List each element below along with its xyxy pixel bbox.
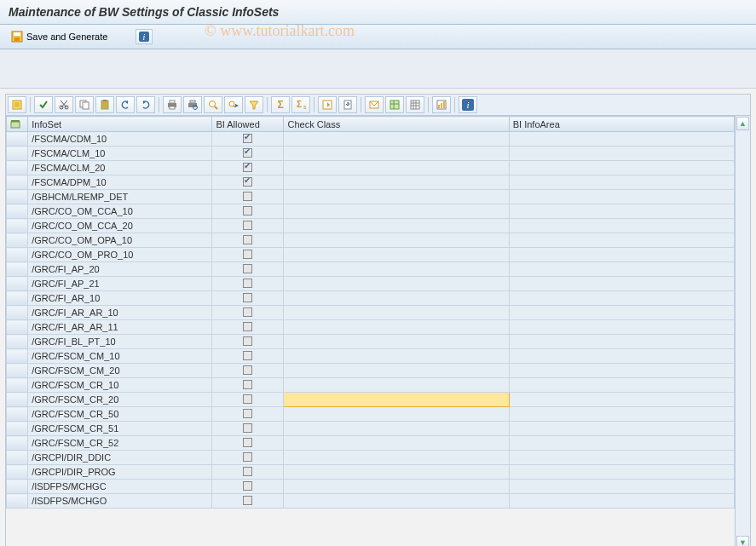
row-selector[interactable] — [7, 233, 28, 248]
cell-infoset[interactable]: /FSCMA/CLM_20 — [28, 161, 212, 175]
checkbox-icon[interactable] — [243, 235, 252, 244]
cell-infoset[interactable]: /GRC/CO_OM_CCA_20 — [28, 219, 212, 233]
row-selector[interactable] — [7, 306, 28, 320]
row-selector[interactable] — [7, 204, 28, 219]
cell-bi-allowed[interactable] — [212, 480, 284, 494]
cell-infoset[interactable]: /GRC/FSCM_CR_20 — [28, 393, 212, 407]
checkbox-icon[interactable] — [243, 264, 252, 273]
cell-infoset[interactable]: /GRC/FSCM_CM_10 — [28, 349, 212, 364]
cell-infoset[interactable]: /GRC/FSCM_CR_10 — [28, 378, 212, 393]
checkbox-icon[interactable] — [243, 423, 252, 433]
cell-bi-infoarea[interactable] — [509, 422, 734, 436]
checkbox-icon[interactable] — [243, 307, 252, 317]
cell-infoset[interactable]: /ISDFPS/MCHGO — [28, 494, 212, 509]
cell-infoset[interactable]: /GRC/CO_OM_OPA_10 — [28, 233, 212, 248]
checkbox-icon[interactable] — [243, 481, 252, 491]
cell-bi-infoarea[interactable] — [509, 320, 734, 335]
cell-bi-infoarea[interactable] — [509, 190, 734, 204]
cell-bi-infoarea[interactable] — [509, 233, 734, 248]
column-header-infoset[interactable]: InfoSet — [28, 117, 212, 132]
cell-bi-allowed[interactable] — [212, 306, 284, 320]
cell-infoset[interactable]: /ISDFPS/MCHGC — [28, 480, 212, 494]
row-selector[interactable] — [7, 161, 28, 175]
cell-bi-allowed[interactable] — [212, 349, 284, 364]
cell-infoset[interactable]: /GRC/FI_AP_20 — [28, 262, 212, 277]
cell-bi-allowed[interactable] — [212, 465, 284, 480]
cell-check-class[interactable] — [284, 494, 509, 509]
vertical-scrollbar[interactable]: ▲ ▼ — [735, 116, 750, 546]
toolbar-grid-settings-button[interactable] — [406, 96, 424, 113]
cell-infoset[interactable]: /GRC/FI_AR_AR_11 — [28, 320, 212, 335]
cell-check-class[interactable] — [284, 451, 509, 465]
scroll-down-icon[interactable]: ▼ — [736, 536, 749, 546]
cell-bi-infoarea[interactable] — [509, 161, 734, 175]
cell-bi-allowed[interactable] — [212, 147, 284, 161]
cell-check-class[interactable] — [284, 480, 509, 494]
cell-bi-allowed[interactable] — [212, 422, 284, 436]
checkbox-icon[interactable] — [243, 293, 252, 302]
toolbar-print-preview-button[interactable] — [183, 96, 202, 113]
cell-check-class[interactable] — [284, 364, 509, 378]
cell-bi-allowed[interactable] — [212, 393, 284, 407]
cell-infoset[interactable]: /GRC/FI_BL_PT_10 — [28, 335, 212, 349]
toolbar-copy-button[interactable] — [75, 96, 94, 113]
cell-check-class[interactable] — [284, 204, 509, 219]
toolbar-sum-button[interactable]: Σ — [271, 96, 290, 113]
row-selector[interactable] — [7, 364, 28, 378]
row-selector[interactable] — [7, 277, 28, 291]
row-selector[interactable] — [7, 147, 28, 161]
toolbar-local-file-button[interactable] — [338, 96, 357, 113]
row-selector[interactable] — [7, 494, 28, 509]
cell-bi-infoarea[interactable] — [509, 349, 734, 364]
checkbox-icon[interactable] — [243, 336, 252, 346]
row-selector[interactable] — [7, 436, 28, 451]
cell-check-class[interactable] — [284, 277, 509, 291]
toolbar-find-button[interactable] — [204, 96, 222, 113]
cell-bi-allowed[interactable] — [212, 277, 284, 291]
cell-bi-allowed[interactable] — [212, 320, 284, 335]
cell-check-class[interactable] — [284, 306, 509, 320]
cell-check-class[interactable] — [284, 132, 509, 147]
checkbox-icon[interactable] — [243, 394, 252, 404]
cell-infoset[interactable]: /FSCMA/DPM_10 — [28, 175, 212, 190]
column-header-bi-infoarea[interactable]: BI InfoArea — [509, 117, 734, 132]
column-select-all[interactable] — [7, 117, 28, 132]
cell-check-class[interactable] — [284, 349, 509, 364]
cell-check-class[interactable] — [284, 147, 509, 161]
cell-bi-infoarea[interactable] — [509, 262, 734, 277]
cell-bi-allowed[interactable] — [212, 204, 284, 219]
cell-bi-infoarea[interactable] — [509, 480, 734, 494]
checkbox-icon[interactable] — [243, 496, 252, 505]
cell-bi-infoarea[interactable] — [509, 291, 734, 306]
checkbox-icon[interactable] — [243, 351, 252, 360]
toolbar-cut-button[interactable] — [55, 96, 73, 113]
row-selector[interactable] — [7, 248, 28, 262]
checkbox-icon[interactable] — [243, 177, 252, 187]
row-selector[interactable] — [7, 335, 28, 349]
cell-infoset[interactable]: /GRC/FSCM_CR_51 — [28, 422, 212, 436]
cell-infoset[interactable]: /GRC/FSCM_CR_52 — [28, 436, 212, 451]
row-selector[interactable] — [7, 378, 28, 393]
toolbar-filter-button[interactable] — [245, 96, 263, 113]
toolbar-graphic-button[interactable] — [432, 96, 451, 113]
cell-infoset[interactable]: /GRC/FI_AP_21 — [28, 277, 212, 291]
cell-check-class[interactable] — [284, 291, 509, 306]
cell-bi-infoarea[interactable] — [509, 248, 734, 262]
column-header-check-class[interactable]: Check Class — [284, 117, 509, 132]
cell-bi-allowed[interactable] — [212, 248, 284, 262]
cell-check-class[interactable] — [284, 175, 509, 190]
cell-bi-infoarea[interactable] — [509, 147, 734, 161]
checkbox-icon[interactable] — [243, 365, 252, 375]
cell-check-class[interactable] — [284, 465, 509, 480]
cell-bi-allowed[interactable] — [212, 175, 284, 190]
cell-bi-allowed[interactable] — [212, 378, 284, 393]
cell-bi-allowed[interactable] — [212, 407, 284, 422]
cell-check-class[interactable] — [284, 190, 509, 204]
row-selector[interactable] — [7, 465, 28, 480]
cell-bi-infoarea[interactable] — [509, 219, 734, 233]
cell-check-class[interactable] — [284, 407, 509, 422]
cell-bi-infoarea[interactable] — [509, 436, 734, 451]
cell-bi-infoarea[interactable] — [509, 277, 734, 291]
cell-bi-infoarea[interactable] — [509, 393, 734, 407]
cell-bi-infoarea[interactable] — [509, 378, 734, 393]
